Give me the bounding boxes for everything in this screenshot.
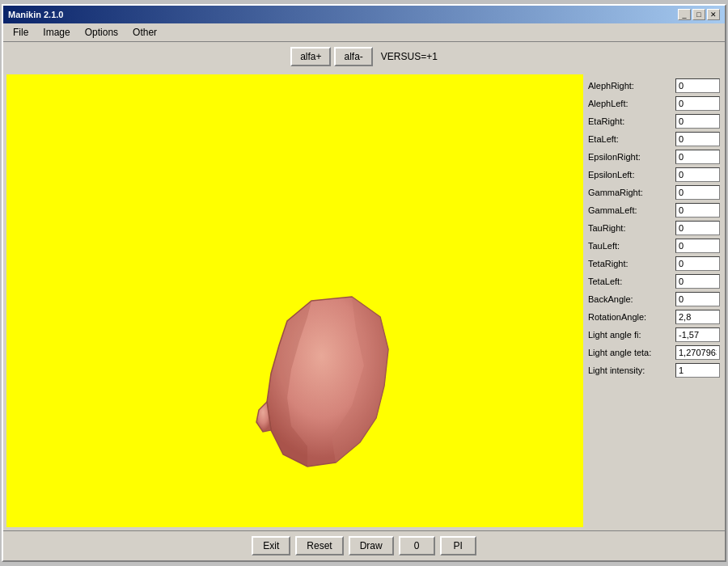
param-input-6[interactable] [675,185,720,200]
param-input-16[interactable] [675,363,720,378]
param-input-11[interactable] [675,274,720,289]
param-row-15: Light angle teta: [588,344,720,361]
pi-button[interactable]: PI [440,536,476,555]
param-label-15: Light angle teta: [588,348,675,357]
param-row-12: BackAngle: [588,291,720,307]
param-row-6: GammaRight: [588,184,720,201]
param-label-4: EpsilonRight: [588,152,675,162]
param-label-6: GammaRight: [588,188,675,197]
param-row-10: TetaRight: [588,256,720,272]
param-input-7[interactable] [675,203,720,218]
menu-options[interactable]: Options [78,25,125,40]
title-bar: Manikin 2.1.0 _ □ ✕ [3,6,725,23]
app-window: Manikin 2.1.0 _ □ ✕ File Image Options O… [2,4,726,562]
reset-button[interactable]: Reset [295,536,343,555]
head-model [247,293,408,479]
param-row-16: Light intensity: [588,362,720,378]
bottom-bar: Exit Reset Draw 0 PI [3,530,725,560]
param-row-4: EpsilonRight: [588,149,720,165]
toolbar: alfa+ alfa- VERSUS=+1 [3,42,725,71]
param-label-13: RotationAngle: [588,312,675,322]
param-label-16: Light intensity: [588,365,675,375]
param-row-3: EtaLeft: [588,131,720,147]
canvas-area[interactable] [6,74,583,527]
param-row-7: GammaLeft: [588,202,720,218]
param-input-4[interactable] [675,150,720,164]
menu-other[interactable]: Other [126,25,163,40]
param-row-13: RotationAngle: [588,309,720,325]
param-label-8: TauRight: [588,223,675,233]
param-input-0[interactable] [675,78,720,93]
param-row-2: EtaRight: [588,113,720,129]
param-label-3: EtaLeft: [588,134,675,144]
param-input-5[interactable] [675,167,720,182]
param-label-7: GammaLeft: [588,205,675,215]
menu-bar: File Image Options Other [3,23,725,42]
exit-button[interactable]: Exit [252,536,290,555]
alfa-plus-button[interactable]: alfa+ [290,47,331,66]
param-row-14: Light angle fi: [588,327,720,343]
title-text: Manikin 2.1.0 [8,10,63,19]
param-label-5: EpsilonLeft: [588,170,675,180]
param-row-9: TauLeft: [588,238,720,254]
param-row-8: TauRight: [588,220,720,236]
title-buttons: _ □ ✕ [678,9,720,20]
menu-image[interactable]: Image [36,25,76,40]
param-label-0: AlephRight: [588,81,675,91]
param-label-11: TetaLeft: [588,277,675,286]
main-content: AlephRight:AlephLeft:EtaRight:EtaLeft:Ep… [3,71,725,530]
param-label-2: EtaRight: [588,116,675,126]
close-button[interactable]: ✕ [707,9,720,20]
param-row-11: TetaLeft: [588,273,720,289]
menu-file[interactable]: File [6,25,35,40]
param-label-1: AlephLeft: [588,99,675,108]
param-input-3[interactable] [675,132,720,146]
param-label-10: TetaRight: [588,259,675,268]
param-input-1[interactable] [675,96,720,111]
param-input-8[interactable] [675,221,720,235]
param-label-12: BackAngle: [588,294,675,304]
param-input-2[interactable] [675,114,720,129]
param-row-1: AlephLeft: [588,95,720,112]
param-input-9[interactable] [675,239,720,253]
alfa-minus-button[interactable]: alfa- [334,47,372,66]
versus-label: VERSUS=+1 [381,51,438,62]
param-input-15[interactable] [675,345,720,360]
param-input-10[interactable] [675,256,720,271]
param-label-9: TauLeft: [588,241,675,251]
param-input-12[interactable] [675,292,720,306]
zero-button[interactable]: 0 [399,536,435,555]
param-row-5: EpsilonLeft: [588,167,720,183]
maximize-button[interactable]: □ [692,9,705,20]
param-label-14: Light angle fi: [588,330,675,340]
right-panel: AlephRight:AlephLeft:EtaRight:EtaLeft:Ep… [583,71,725,530]
param-row-0: AlephRight: [588,78,720,94]
param-input-13[interactable] [675,310,720,324]
draw-button[interactable]: Draw [349,536,394,555]
minimize-button[interactable]: _ [678,9,691,20]
param-input-14[interactable] [675,327,720,342]
